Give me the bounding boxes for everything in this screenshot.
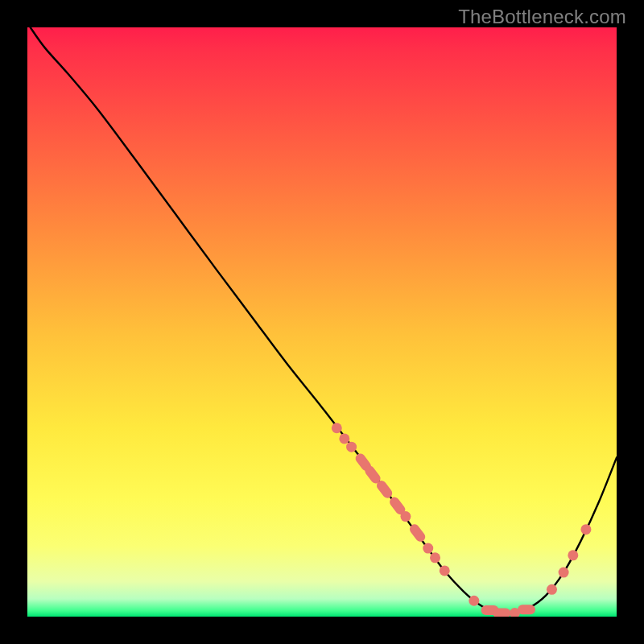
bottleneck-curve [31,27,617,613]
marker-pill [518,605,535,614]
marker-dots [332,423,592,617]
plot-area [27,27,617,617]
marker-dot [400,511,411,522]
marker-dot [430,552,440,563]
curve-layer [31,27,617,613]
app-frame: TheBottleneck.com [0,0,644,644]
marker-dot [580,524,591,535]
marker-pill [493,609,510,617]
chart-svg [27,27,617,617]
marker-dot [339,433,349,444]
marker-dot [423,543,433,554]
marker-dot [469,596,479,606]
marker-dot [547,584,557,595]
marker-dot [332,423,342,433]
watermark-text: TheBottleneck.com [458,6,626,28]
marker-dot [559,568,569,578]
marker-dot [346,442,357,452]
marker-dot [568,550,578,560]
marker-dot [440,565,450,576]
